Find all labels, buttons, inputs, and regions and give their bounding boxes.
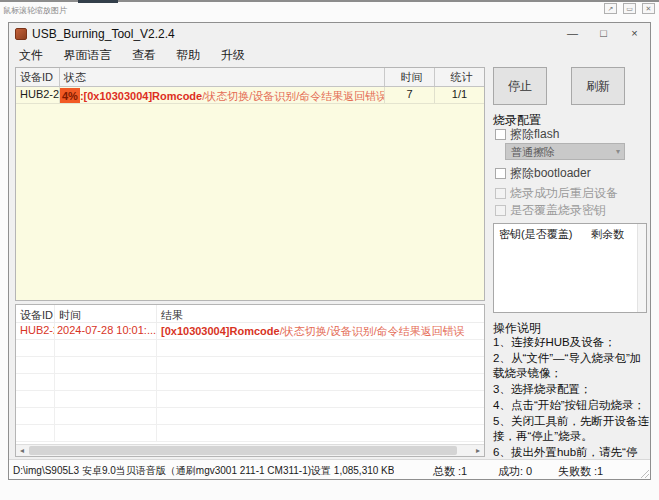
empty-row [16,408,484,425]
app-window: USB_Burning_Tool_V2.2.4 — □ × 文件 界面语言 查看… [8,22,651,480]
close-button[interactable]: × [619,23,650,45]
status-cell: 4%:[0x10303004]Romcode/状态切换/设备识别/命令结果返回错… [60,87,385,103]
erase-bootloader-checkbox[interactable] [495,168,506,179]
viewer-controls: ↗ ▭ ✕ [604,3,655,14]
open-external-icon[interactable]: ↗ [604,3,617,14]
col-key-overwrite[interactable]: 密钥(是否覆盖) [494,224,586,242]
key-table-header: 密钥(是否覆盖) 剩余数 [494,224,646,242]
success-count: 成功: 0 [498,464,532,479]
device-table-row[interactable]: HUB2-2 4%:[0x10303004]Romcode/状态切换/设备识别/… [16,87,484,104]
minimize-button[interactable]: — [557,23,588,45]
result-error-detail: /状态切换/设备识别/命令结果返回错误 [280,325,465,337]
stat-cell: 1/1 [435,87,484,103]
status-bar: D:\img\S905L3 安卓9.0当贝语音版（通刷mgv3001 211-1… [9,459,650,479]
stop-button[interactable]: 停止 [493,67,547,105]
col-time[interactable]: 时间 [55,305,157,323]
empty-row [16,425,484,442]
instruction-step: 2、从“文件”—“导入烧录包”加载烧录镜像； [493,351,651,381]
instruction-step: 3、选择烧录配置； [493,382,651,397]
scroll-left-icon[interactable]: ◂ [16,445,28,456]
refresh-button[interactable]: 刷新 [571,67,625,105]
device-table-header: 设备ID 状态 时间 统计 [16,68,484,87]
instructions-list: 1、连接好HUB及设备； 2、从“文件”—“导入烧录包”加载烧录镜像； 3、选择… [493,335,651,476]
key-table: 密钥(是否覆盖) 剩余数 [493,223,647,313]
reboot-after-checkbox[interactable] [495,188,506,199]
erase-bootloader-option[interactable]: 擦除bootloader [495,166,591,180]
menu-help[interactable]: 帮助 [176,45,200,65]
result-error-code: [0x10303004]Romcode [161,325,280,337]
erase-flash-checkbox[interactable] [495,129,506,140]
progress-badge: 4% [60,88,80,103]
status-error-detail: /状态切换/设备识别/命令结果返回错误 [202,90,385,102]
overwrite-key-label: 是否覆盖烧录密钥 [510,202,606,219]
empty-row [16,374,484,391]
col-stat[interactable]: 统计 [435,68,484,86]
result-table-row[interactable]: HUB2-2 2024-07-28 10:01:... [0x10303004]… [16,323,484,340]
result-time: 2024-07-28 10:01:... [55,323,157,340]
close-box-icon[interactable]: ✕ [642,3,655,14]
device-id-cell: HUB2-2 [16,87,60,103]
instruction-step: 1、连接好HUB及设备； [493,335,651,350]
erase-bootloader-label: 擦除bootloader [510,165,591,182]
minimize-box-icon[interactable]: ▭ [623,3,636,14]
result-device-id: HUB2-2 [16,323,55,340]
chevron-down-icon: ▾ [616,147,620,156]
erase-mode-value: 普通擦除 [511,146,555,158]
key-table-scrollbar[interactable] [637,224,646,312]
col-result[interactable]: 结果 [157,305,484,323]
window-controls: — □ × [557,23,650,45]
result-log-table: 设备ID 时间 结果 HUB2-2 2024-07-28 10:01:... [… [15,304,485,457]
total-count: 总数 :1 [433,464,467,479]
menu-file[interactable]: 文件 [19,45,43,65]
reboot-after-option[interactable]: 烧录成功后重启设备 [495,186,618,200]
horizontal-scrollbar[interactable]: ◂ ▸ [16,444,484,456]
erase-flash-option[interactable]: 擦除flash [495,127,559,141]
menu-view[interactable]: 查看 [132,45,156,65]
overwrite-key-checkbox[interactable] [495,205,506,216]
empty-row [16,357,484,374]
time-cell: 7 [385,87,435,103]
erase-mode-select[interactable]: 普通擦除 ▾ [505,143,625,160]
reboot-after-label: 烧录成功后重启设备 [510,185,618,202]
scrollbar-thumb[interactable] [29,446,457,455]
viewer-tab-indicator [78,0,118,3]
menu-language[interactable]: 界面语言 [63,45,111,65]
menu-bar: 文件 界面语言 查看 帮助 升级 [9,45,650,65]
window-title: USB_Burning_Tool_V2.2.4 [32,27,175,41]
result-text: [0x10303004]Romcode/状态切换/设备识别/命令结果返回错误 [157,323,484,340]
device-status-table: 设备ID 状态 时间 统计 HUB2-2 4%:[0x10303004]Romc… [15,67,485,301]
resize-grip[interactable] [639,468,649,478]
col-status[interactable]: 状态 [60,68,385,86]
maximize-button[interactable]: □ [588,23,619,45]
screenshot-root: 鼠标滚轮缩放图片 ↗ ▭ ✕ USB_Burning_Tool_V2.2.4 —… [0,0,659,500]
instruction-step: 4、点击“开始”按钮启动烧录； [493,398,651,413]
col-time[interactable]: 时间 [385,68,435,86]
empty-row [16,340,484,357]
title-bar: USB_Burning_Tool_V2.2.4 — □ × [9,23,650,45]
overwrite-key-option[interactable]: 是否覆盖烧录密钥 [495,203,606,217]
firmware-path: D:\img\S905L3 安卓9.0当贝语音版（通刷mgv3001 211-1… [13,464,394,478]
status-error-code: :[0x10303004]Romcode [80,90,202,102]
col-device-id[interactable]: 设备ID [16,68,60,86]
result-table-header: 设备ID 时间 结果 [16,305,484,323]
menu-upgrade[interactable]: 升级 [221,45,245,65]
erase-flash-label: 擦除flash [510,126,559,143]
col-device-id[interactable]: 设备ID [16,305,55,323]
scroll-right-icon[interactable]: ▸ [472,445,484,456]
app-icon [15,28,27,40]
empty-row [16,391,484,408]
failed-count: 失败数 :1 [558,464,603,479]
viewer-caption: 鼠标滚轮缩放图片 [3,5,67,16]
instruction-step: 5、关闭工具前，先断开设备连接，再“停止”烧录。 [493,414,651,444]
